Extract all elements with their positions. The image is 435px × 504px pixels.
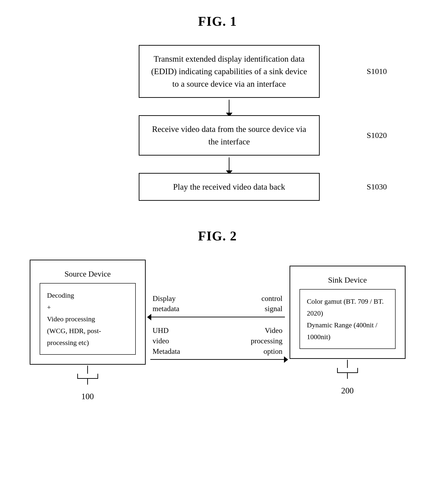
fig2-section: FIG. 2 Source Device Decoding+Video proc… xyxy=(20,229,415,401)
signal-row-bottom: UHDvideoMetadata Videoprocessingoption xyxy=(150,325,285,361)
source-device-label: Source Device xyxy=(40,270,136,279)
arrow-down-1 xyxy=(229,100,230,114)
arrow-right-bottom xyxy=(150,359,285,360)
fig1-section: FIG. 1 Transmit extended display identif… xyxy=(20,14,415,201)
sink-device-label: Sink Device xyxy=(299,276,396,284)
arrow-1 xyxy=(229,98,230,115)
sink-device-content: Color gamut (BT. 709 / BT. 2020)Dynamic … xyxy=(307,297,384,341)
source-bracket-line2 xyxy=(87,379,88,385)
flow-box-s1010-text: Transmit extended display identification… xyxy=(151,53,307,90)
sink-bracket-fork xyxy=(337,368,358,373)
signal-uhd-video: UHDvideoMetadata xyxy=(153,325,180,356)
flow-box-s1010: Transmit extended display identification… xyxy=(139,45,320,98)
source-bracket xyxy=(77,366,98,385)
fig2-title: FIG. 2 xyxy=(20,229,415,243)
source-device-number: 100 xyxy=(82,392,94,401)
source-device-wrapper: Source Device Decoding+Video processing(… xyxy=(30,260,146,401)
step-label-s1010: S1010 xyxy=(367,67,387,76)
sink-bracket xyxy=(337,360,358,379)
source-device-content: Decoding+Video processing(WCG, HDR, post… xyxy=(47,291,101,346)
sink-device-wrapper: Sink Device Color gamut (BT. 709 / BT. 2… xyxy=(289,266,406,396)
sink-device-inner: Color gamut (BT. 709 / BT. 2020)Dynamic … xyxy=(299,289,396,349)
flow-box-s1020: Receive video data from the source devic… xyxy=(139,115,320,156)
flow-box-s1030-text: Play the received video data back xyxy=(173,180,285,193)
flow-step-s1020: Receive video data from the source devic… xyxy=(44,115,415,156)
flow-step-s1010: Transmit extended display identification… xyxy=(44,45,415,98)
signals-middle: Displaymetadata controlsignal UHDvideoMe… xyxy=(150,293,285,368)
signal-display-metadata: Displaymetadata xyxy=(153,293,179,314)
signal-video-processing-option: Videoprocessingoption xyxy=(251,325,283,356)
sink-bracket-line2 xyxy=(347,373,348,379)
source-device-inner: Decoding+Video processing(WCG, HDR, post… xyxy=(40,283,136,355)
flow-step-s1030: Play the received video data back S1030 xyxy=(44,173,415,201)
signal-labels-bottom: UHDvideoMetadata Videoprocessingoption xyxy=(150,325,285,356)
step-label-s1020: S1020 xyxy=(367,131,387,140)
fig1-title: FIG. 1 xyxy=(20,14,415,29)
flowchart: Transmit extended display identification… xyxy=(20,45,415,201)
arrow-left-top xyxy=(150,317,285,317)
source-bracket-fork xyxy=(77,374,98,379)
arrow-down-2 xyxy=(229,157,230,171)
sink-device-number: 200 xyxy=(341,386,354,396)
page-container: FIG. 1 Transmit extended display identif… xyxy=(20,14,415,401)
fig2-diagram: Source Device Decoding+Video processing(… xyxy=(20,260,415,401)
flow-box-s1020-text: Receive video data from the source devic… xyxy=(151,123,307,148)
sink-device-box: Sink Device Color gamut (BT. 709 / BT. 2… xyxy=(289,266,406,359)
signal-labels-top: Displaymetadata controlsignal xyxy=(150,293,285,314)
signal-control-signal: controlsignal xyxy=(261,293,283,314)
flow-box-s1030: Play the received video data back xyxy=(139,173,320,201)
arrow-2 xyxy=(229,156,230,173)
source-device-box: Source Device Decoding+Video processing(… xyxy=(30,260,146,365)
signal-row-top: Displaymetadata controlsignal xyxy=(150,293,285,319)
sink-bracket-line xyxy=(347,360,348,368)
source-bracket-line xyxy=(87,366,88,374)
step-label-s1030: S1030 xyxy=(367,182,387,191)
